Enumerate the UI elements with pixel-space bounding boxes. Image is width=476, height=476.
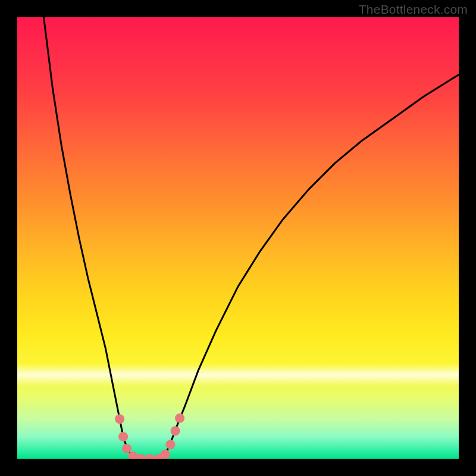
data-marker	[136, 454, 146, 459]
curve-layer	[17, 17, 459, 459]
bottleneck-curve	[44, 17, 459, 459]
data-marker	[161, 450, 170, 459]
data-marker	[118, 432, 128, 441]
attribution-text: TheBottleneck.com	[359, 2, 468, 17]
chart-plot-area	[17, 17, 459, 459]
data-marker	[145, 454, 155, 459]
data-marker	[122, 444, 131, 453]
data-marker	[115, 414, 124, 424]
data-marker	[165, 440, 175, 449]
data-marker	[171, 426, 180, 436]
data-marker	[175, 414, 184, 423]
